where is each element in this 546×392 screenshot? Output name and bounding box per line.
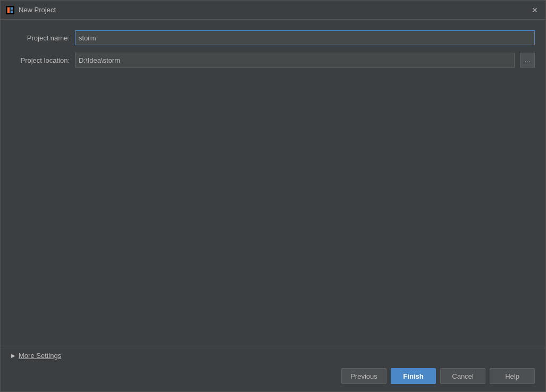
browse-button[interactable]: ...	[520, 53, 535, 68]
help-button[interactable]: Help	[490, 368, 535, 384]
button-row: Previous Finish Cancel Help	[1, 363, 545, 391]
title-bar: New Project ✕	[1, 1, 545, 20]
content-spacer	[11, 75, 535, 337]
new-project-dialog: New Project ✕ Project name: Project loca…	[0, 0, 546, 392]
project-name-label: Project name:	[11, 34, 70, 42]
project-name-row: Project name:	[11, 30, 535, 45]
previous-button[interactable]: Previous	[341, 368, 387, 384]
project-location-label: Project location:	[11, 56, 70, 64]
cancel-button[interactable]: Cancel	[440, 368, 485, 384]
close-button[interactable]: ✕	[530, 5, 540, 15]
svg-rect-3	[11, 7, 13, 10]
more-settings-row: ▶ More Settings	[1, 348, 545, 363]
finish-button[interactable]: Finish	[391, 368, 436, 384]
svg-rect-4	[11, 11, 13, 13]
svg-rect-2	[7, 7, 10, 13]
more-settings-link[interactable]: More Settings	[19, 352, 61, 360]
content-area: Project name: Project location: ...	[1, 20, 545, 348]
dialog-title: New Project	[19, 6, 56, 14]
title-bar-left: New Project	[6, 6, 56, 14]
more-settings-arrow-icon: ▶	[11, 353, 15, 358]
project-location-row: Project location: ...	[11, 53, 535, 68]
project-location-input[interactable]	[75, 53, 515, 68]
project-name-input[interactable]	[75, 30, 535, 45]
app-icon	[6, 6, 14, 14]
